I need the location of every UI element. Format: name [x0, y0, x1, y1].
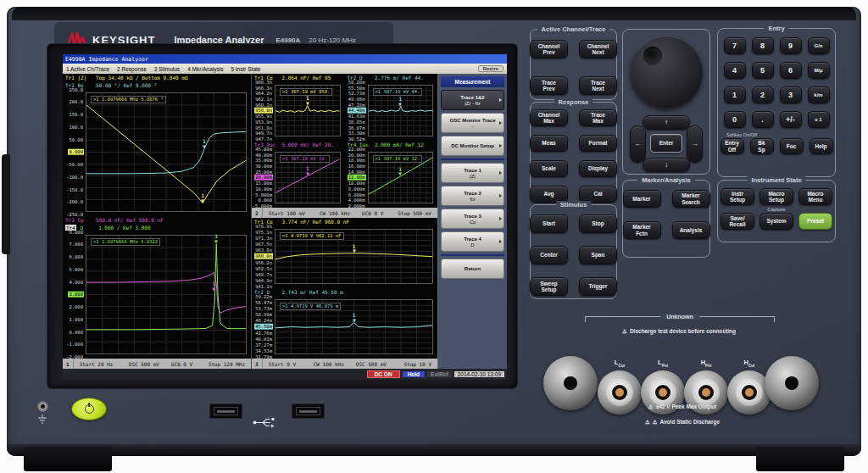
- graph-plot: 1>1 307.19 mV 12.: [368, 152, 434, 203]
- span-button[interactable]: Span: [579, 246, 617, 264]
- preset-button[interactable]: Preset: [798, 213, 832, 230]
- resize-button[interactable]: Resize: [478, 65, 504, 72]
- key-1[interactable]: 1: [724, 86, 746, 103]
- y-tick-label: 4.000m: [348, 198, 366, 203]
- key-0[interactable]: 0: [724, 111, 746, 128]
- key-5[interactable]: 5: [752, 62, 774, 79]
- softkey-menu-title: Measurement: [441, 76, 504, 87]
- arrow-up-button[interactable]: ↑: [643, 115, 690, 130]
- y-tick-label: 48.24m: [254, 318, 273, 324]
- softkey-osc-monitor-trace[interactable]: OSC Monitor Trace-: [441, 113, 504, 133]
- key-giga-nano[interactable]: G/n: [808, 37, 830, 54]
- menu-mkr-analysis[interactable]: 4 Mkr/Analysis: [187, 66, 223, 72]
- softkey-return[interactable]: Return: [441, 259, 504, 279]
- foc-button[interactable]: Foc: [780, 138, 804, 154]
- bnc-center-pin: [659, 388, 667, 397]
- channel3-grid: Tr1 Cp 3.774 nF/ Ref 960.0 nF 978.9n975.…: [252, 218, 437, 369]
- backspace-button[interactable]: Bk Sp: [750, 138, 774, 154]
- ch2-cw: CW 100 kHz: [314, 210, 356, 216]
- key-kilo-milli[interactable]: k/m: [808, 86, 830, 103]
- trace-next-button[interactable]: Trace Next: [579, 76, 617, 95]
- channel-next-button[interactable]: Channel Next: [579, 40, 617, 58]
- format-button[interactable]: Format: [579, 135, 617, 152]
- marker-button[interactable]: Marker: [623, 190, 661, 208]
- channel-max-button[interactable]: Channel Max: [530, 109, 568, 126]
- menu-stimulus[interactable]: 3 Stimulus: [154, 66, 180, 72]
- arrow-right-button[interactable]: →: [687, 125, 703, 163]
- softkey-trace-4[interactable]: Trace 4D: [441, 231, 504, 252]
- display-button[interactable]: Display: [579, 160, 617, 177]
- y-tick-label: 953.9n: [254, 120, 273, 125]
- save-recall-button[interactable]: Save/ Recall: [721, 213, 754, 230]
- entry-off-button[interactable]: Entry Off: [721, 138, 744, 154]
- softkey-trace-3[interactable]: Trace 3Cp: [441, 209, 504, 229]
- key-8[interactable]: 8: [752, 37, 774, 54]
- system-button[interactable]: System: [760, 213, 793, 230]
- center-button[interactable]: Center: [530, 246, 568, 264]
- arrow-down-button[interactable]: ↓: [643, 158, 690, 172]
- usb-icon: [253, 417, 275, 428]
- y-tick-label: 967.5n: [254, 242, 273, 248]
- softkey-trace-1[interactable]: Trace 1|Z|: [441, 163, 504, 183]
- softkey-separator: [441, 254, 504, 256]
- menu-response[interactable]: 2 Response: [117, 66, 147, 72]
- graph-plot: 11>1 1.8979666 MHz 6.0322: [86, 235, 247, 354]
- y-axis-ticks: 59.22m56.47m53.73m50.99m48.24m45.50m42.7…: [252, 297, 275, 357]
- marker-search-button[interactable]: Marker Search: [672, 190, 710, 208]
- cal-button[interactable]: Cal: [579, 186, 617, 203]
- y-tick-label: -150.0: [65, 186, 84, 192]
- softkey-dc-monitor-setup[interactable]: DC Monitor Setup: [441, 136, 504, 156]
- key-3[interactable]: 3: [780, 86, 802, 103]
- key-decimal[interactable]: .: [752, 111, 774, 128]
- y-tick-label: 250.0: [68, 86, 84, 92]
- dc-on-badge: DC ON: [367, 370, 400, 378]
- menu-active-ch-trace[interactable]: 1 Active Ch/Trace: [66, 66, 109, 72]
- trace-max-button[interactable]: Trace Max: [579, 109, 617, 126]
- key-7[interactable]: 7: [724, 37, 746, 54]
- y-tick-label: 971.3n: [254, 236, 273, 242]
- trigger-button[interactable]: Trigger: [579, 277, 617, 296]
- instr-setup-button[interactable]: Instr Setup: [721, 188, 754, 205]
- key-9[interactable]: 9: [780, 37, 802, 54]
- macro-setup-button[interactable]: Macro Setup: [760, 188, 793, 205]
- y-tick-label: 20.00m: [348, 152, 366, 158]
- unknown-device-bracket: Unknown: [585, 316, 775, 322]
- y-tick-label: -100.0: [65, 174, 84, 180]
- softkey-trace-2[interactable]: Trace 2θz: [441, 186, 504, 206]
- enter-button[interactable]: Enter: [650, 134, 682, 153]
- key-4[interactable]: 4: [724, 62, 746, 79]
- analysis-button[interactable]: Analysis: [672, 221, 710, 239]
- stop-button[interactable]: Stop: [579, 214, 617, 233]
- front-panel-post-right: [765, 356, 819, 410]
- group-entry: Entry 7 8 9 G/n 4 5 6 M/µ 1 2 3 k/m 0 . …: [717, 28, 836, 177]
- meas-button[interactable]: Meas: [530, 135, 568, 152]
- key-6[interactable]: 6: [780, 62, 802, 79]
- start-button[interactable]: Start: [530, 214, 568, 233]
- sweep-setup-button[interactable]: Sweep Setup: [530, 277, 568, 296]
- bnc-center-pin: [745, 388, 754, 397]
- marker-fctn-button[interactable]: Marker Fctn: [623, 221, 661, 239]
- softkey-trace-1-2[interactable]: Trace 1&2|Z| - θz: [441, 90, 504, 110]
- y-tick-label: 38.85m: [348, 120, 366, 125]
- ground-terminal: [37, 401, 48, 412]
- key-2[interactable]: 2: [752, 86, 774, 103]
- ch3-d-graph: 59.22m56.47m53.73m50.99m48.24m45.50m42.7…: [252, 296, 437, 359]
- y-axis-ticks: 978.9n975.1n971.3n967.5n963.8n960.0n956.…: [252, 226, 275, 287]
- key-plus-minus[interactable]: +/-: [780, 111, 802, 128]
- y-tick-label: 975.1n: [254, 230, 273, 236]
- menu-instr-state[interactable]: 5 Instr State: [231, 66, 260, 72]
- power-button[interactable]: [71, 398, 107, 420]
- y-tick-label: 0.000: [68, 149, 84, 155]
- key-x1[interactable]: x 1: [808, 111, 830, 128]
- avg-button[interactable]: Avg: [530, 186, 568, 203]
- rotary-knob[interactable]: [630, 36, 703, 109]
- scale-button[interactable]: Scale: [530, 160, 568, 177]
- channel-prev-button[interactable]: Channel Prev: [530, 40, 568, 58]
- chassis-side-tab: [2, 154, 10, 254]
- macro-menu-button[interactable]: Macro Menu: [798, 188, 832, 205]
- key-mega-micro[interactable]: M/µ: [808, 62, 830, 79]
- trace-prev-button[interactable]: Trace Prev: [530, 76, 568, 95]
- channel2-3-panel: Tr1 Cp 2.064 nF/ Ref 95 968.3n966.3n964.…: [251, 74, 437, 369]
- help-button[interactable]: Help: [810, 138, 833, 154]
- arrow-left-button[interactable]: ←: [630, 125, 646, 163]
